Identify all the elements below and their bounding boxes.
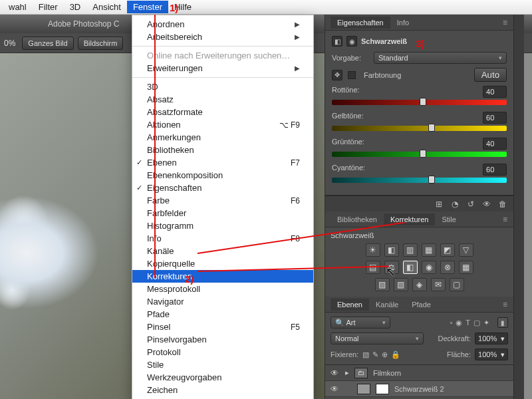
menu-item-farbe[interactable]: FarbeF6 bbox=[132, 194, 313, 207]
menu-item-pinsel[interactable]: PinselF5 bbox=[132, 321, 313, 333]
adjustment-icon[interactable]: ◉ bbox=[422, 261, 436, 274]
menu-item-kopierquelle[interactable]: Kopierquelle bbox=[132, 257, 313, 270]
tab-ebenen[interactable]: Ebenen bbox=[331, 299, 369, 311]
lock-icon[interactable]: ✎ bbox=[372, 350, 378, 359]
adjustment-icon[interactable]: ⚖ bbox=[384, 261, 399, 274]
properties-footer-icon[interactable]: 🗑 bbox=[497, 199, 508, 209]
properties-footer-icon[interactable]: ◔ bbox=[450, 199, 460, 209]
tab-bibliotheken[interactable]: Bibliotheken bbox=[331, 213, 384, 225]
panel-menu-icon[interactable]: ≡ bbox=[503, 18, 508, 27]
adjustment-icon[interactable]: ☀ bbox=[366, 243, 380, 257]
layer-filter-icon[interactable]: ▢ bbox=[473, 319, 480, 327]
slider-thumb[interactable] bbox=[420, 98, 426, 106]
menubar-item-hilfe[interactable]: Hilfe bbox=[168, 1, 198, 13]
adjustment-icon[interactable]: ◧ bbox=[384, 243, 399, 257]
lock-icon[interactable]: ⊕ bbox=[382, 350, 388, 359]
slider-track[interactable] bbox=[332, 178, 507, 183]
fit-whole-button[interactable]: Ganzes Bild bbox=[22, 37, 73, 50]
menubar-item-3d[interactable]: 3D bbox=[64, 1, 87, 13]
menu-item-stile[interactable]: Stile bbox=[132, 358, 313, 371]
slider-thumb[interactable] bbox=[428, 124, 435, 132]
menu-item-info[interactable]: InfoF8 bbox=[132, 232, 313, 245]
slider-value[interactable]: 40 bbox=[483, 138, 507, 150]
menu-item-anordnen[interactable]: Anordnen▶ bbox=[132, 18, 313, 31]
menu-item-kan-le[interactable]: Kanäle bbox=[132, 245, 313, 257]
menu-item-anmerkungen[interactable]: Anmerkungen bbox=[132, 131, 313, 144]
visibility-icon[interactable]: 👁 bbox=[331, 368, 340, 378]
menu-item-navigator[interactable]: Navigator bbox=[132, 295, 313, 308]
slider-value[interactable]: 40 bbox=[483, 86, 507, 98]
menu-item-eigenschaften[interactable]: ✓Eigenschaften bbox=[132, 182, 313, 194]
menu-item-histogramm[interactable]: Histogramm bbox=[132, 219, 313, 232]
adjustment-icon[interactable]: ✉ bbox=[431, 278, 446, 291]
slider-value[interactable]: 60 bbox=[483, 112, 507, 124]
menu-item-pinselvorgaben[interactable]: Pinselvorgaben bbox=[132, 333, 313, 346]
auto-button[interactable]: Auto bbox=[474, 68, 507, 82]
panel-menu-icon[interactable]: ≡ bbox=[503, 300, 508, 309]
menu-item-absatz[interactable]: Absatz bbox=[132, 93, 313, 106]
layer-row[interactable]: 👁▸🗀Filmkorn bbox=[325, 365, 513, 381]
menu-item-korrekturen[interactable]: Korrekturen bbox=[132, 270, 313, 283]
layer-filter-icon[interactable]: ✦ bbox=[483, 319, 489, 327]
menu-item-messprotokoll[interactable]: Messprotokoll bbox=[132, 283, 313, 295]
tab-stile[interactable]: Stile bbox=[435, 213, 462, 225]
layer-filter-toggle[interactable]: ▮ bbox=[497, 317, 508, 328]
slider-thumb[interactable] bbox=[428, 176, 435, 184]
adjustment-icon[interactable]: ▧ bbox=[394, 278, 408, 291]
panel-scrollbar[interactable] bbox=[513, 15, 524, 399]
menubar-item-fenster[interactable]: Fenster bbox=[127, 1, 168, 13]
menu-item-zeichen[interactable]: Zeichen bbox=[132, 384, 313, 396]
slider-track[interactable] bbox=[332, 152, 507, 157]
menubar-item-filter[interactable]: Filter bbox=[33, 1, 64, 13]
menu-item-arbeitsbereich[interactable]: Arbeitsbereich▶ bbox=[132, 31, 313, 43]
menu-item-farbfelder[interactable]: Farbfelder bbox=[132, 207, 313, 219]
adjustment-icon[interactable]: ▢ bbox=[450, 278, 464, 291]
menu-item-aktionen[interactable]: Aktionen⌥ F9 bbox=[132, 118, 313, 131]
tab-kanaele[interactable]: Kanäle bbox=[369, 299, 405, 311]
properties-footer-icon[interactable]: 👁 bbox=[481, 199, 492, 209]
tab-pfade[interactable]: Pfade bbox=[405, 299, 438, 311]
slider-thumb[interactable] bbox=[420, 150, 426, 158]
adjustment-icon[interactable]: ⊗ bbox=[440, 261, 455, 274]
adjustment-icon[interactable]: ◈ bbox=[412, 278, 427, 291]
menu-item-bibliotheken[interactable]: Bibliotheken bbox=[132, 144, 313, 156]
layer-filter-icon[interactable]: ▫ bbox=[450, 319, 452, 327]
slider-track[interactable] bbox=[332, 100, 507, 105]
properties-footer-icon[interactable]: ↺ bbox=[466, 199, 476, 209]
fill-value[interactable]: 100% ▾ bbox=[475, 348, 508, 360]
layer-filter-icon[interactable]: ◉ bbox=[456, 319, 462, 327]
preset-select[interactable]: Standard▾ bbox=[374, 52, 507, 64]
slider-track[interactable] bbox=[332, 126, 507, 131]
toning-checkbox[interactable] bbox=[348, 71, 356, 79]
panel-menu-icon[interactable]: ≡ bbox=[503, 215, 508, 224]
layer-row[interactable]: 👁Schwarzweiß 2 bbox=[325, 381, 513, 397]
adjustment-icon[interactable]: ▽ bbox=[459, 243, 473, 257]
menu-item-absatzformate[interactable]: Absatzformate bbox=[132, 106, 313, 118]
menu-item-erweiterungen[interactable]: Erweiterungen▶ bbox=[132, 62, 313, 74]
opacity-value[interactable]: 100% ▾ bbox=[475, 332, 508, 344]
adjustment-icon[interactable]: ▦ bbox=[459, 261, 473, 274]
scrubby-icon[interactable]: ✥ bbox=[332, 70, 342, 80]
adjustment-icon[interactable]: ▥ bbox=[403, 243, 418, 257]
menu-item-protokoll[interactable]: Protokoll bbox=[132, 346, 313, 358]
tab-eigenschaften[interactable]: Eigenschaften bbox=[331, 17, 390, 29]
menu-item-ebenenkomposition[interactable]: Ebenenkomposition bbox=[132, 169, 313, 182]
lock-icon[interactable]: ▧ bbox=[362, 350, 369, 359]
adjustment-icon[interactable]: ◩ bbox=[440, 243, 455, 257]
slider-value[interactable]: 60 bbox=[483, 164, 507, 176]
adjustment-icon[interactable]: ▦ bbox=[422, 243, 436, 257]
adjustment-icon[interactable]: ◧ bbox=[403, 261, 418, 274]
menubar-item-wahl[interactable]: wahl bbox=[3, 1, 33, 13]
menu-item-ebenen[interactable]: ✓EbenenF7 bbox=[132, 156, 313, 169]
layer-filter-select[interactable]: 🔍 Art▾ bbox=[331, 317, 390, 329]
adjustment-icon[interactable]: ▨ bbox=[375, 278, 390, 291]
visibility-icon[interactable]: 👁 bbox=[331, 384, 340, 394]
tab-korrekturen[interactable]: Korrekturen bbox=[384, 213, 435, 225]
fit-screen-button[interactable]: Bildschirm bbox=[78, 37, 124, 50]
menubar-item-ansicht[interactable]: Ansicht bbox=[86, 1, 127, 13]
menu-item-pfade[interactable]: Pfade bbox=[132, 308, 313, 321]
properties-footer-icon[interactable]: ⊞ bbox=[434, 199, 444, 209]
menu-item-3d[interactable]: 3D bbox=[132, 80, 313, 93]
menu-item-werkzeugvorgaben[interactable]: Werkzeugvorgaben bbox=[132, 371, 313, 384]
tab-info[interactable]: Info bbox=[390, 17, 416, 29]
